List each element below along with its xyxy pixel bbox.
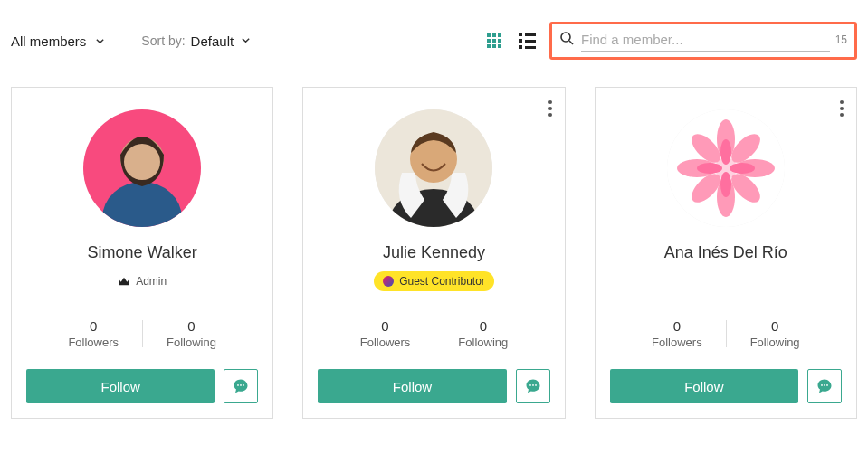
followers-count: 0 [652,318,702,334]
chat-icon [233,378,249,394]
card-actions: Follow [26,369,258,403]
role-label: Guest Contributor [399,275,485,288]
member-role: Admin [118,271,167,291]
followers-count: 0 [360,318,411,334]
card-actions: Follow [610,369,842,403]
svg-point-7 [240,384,242,386]
chat-icon [816,378,833,394]
member-stats: 0 Followers 0 Following [318,318,549,349]
grid-icon [487,33,501,48]
member-stats: 0 Followers 0 Following [610,318,842,349]
more-menu-button[interactable] [840,100,844,117]
avatar[interactable] [667,109,785,227]
follow-button[interactable]: Follow [26,369,215,403]
search-input[interactable] [581,28,830,52]
filter-dropdown[interactable]: All members [11,33,105,49]
svg-point-6 [237,384,239,386]
following-count: 0 [167,318,216,334]
search-container: 15 [549,22,857,60]
member-role: Guest Contributor [374,271,494,291]
chat-icon [525,378,541,394]
chat-button[interactable] [224,369,258,403]
member-card: Simone Walker Admin 0 Followers 0 Follow… [11,87,273,419]
svg-point-28 [730,163,755,174]
members-grid: Simone Walker Admin 0 Followers 0 Follow… [9,87,859,419]
list-icon [519,33,536,49]
following-label: Following [458,336,508,349]
following-label: Following [750,336,800,349]
crown-icon [118,277,130,286]
role-badge: Guest Contributor [374,271,494,291]
svg-point-27 [697,163,722,174]
badge-icon [383,276,394,287]
followers-stat[interactable]: 0 Followers [337,318,434,349]
card-actions: Follow [318,369,549,403]
sort-dropdown[interactable]: Sort by: Default [141,33,251,49]
avatar[interactable] [375,109,492,227]
search-count: 15 [835,33,847,46]
followers-stat[interactable]: 0 Followers [628,318,726,349]
more-menu-button[interactable] [548,100,552,117]
svg-point-30 [824,384,825,386]
member-stats: 0 Followers 0 Following [26,318,258,349]
svg-point-12 [529,384,531,386]
member-card: Julie Kennedy Guest Contributor 0 Follow… [302,87,565,419]
toolbar: All members Sort by: Default [9,22,859,87]
member-name: Julie Kennedy [383,243,485,262]
member-name: Ana Inés Del Río [664,243,787,262]
filter-label: All members [11,33,86,49]
followers-count: 0 [68,318,119,334]
role-label: Admin [136,275,167,288]
followers-label: Followers [360,336,411,349]
chevron-down-icon [95,33,105,49]
following-count: 0 [458,318,508,334]
chevron-down-icon [241,33,251,48]
sort-label: Sort by: [141,33,185,48]
following-count: 0 [750,318,800,334]
member-card: Ana Inés Del Río 0 Followers 0 Following… [595,87,857,419]
chat-button[interactable] [516,369,550,403]
follow-button[interactable]: Follow [610,369,798,403]
svg-point-29 [821,384,823,386]
svg-point-26 [720,172,731,197]
following-label: Following [167,336,216,349]
search-icon [559,31,574,49]
follow-button[interactable]: Follow [318,369,506,403]
list-view-button[interactable] [517,31,537,51]
svg-point-8 [243,384,244,386]
svg-line-1 [569,41,573,44]
svg-point-14 [535,384,537,386]
member-name: Simone Walker [87,243,196,262]
following-stat[interactable]: 0 Following [727,318,824,349]
followers-label: Followers [68,336,119,349]
followers-label: Followers [652,336,702,349]
svg-point-0 [561,33,570,42]
svg-point-5 [124,144,160,180]
svg-point-31 [826,384,828,386]
followers-stat[interactable]: 0 Followers [44,318,142,349]
svg-point-13 [532,384,534,386]
avatar[interactable] [83,109,201,227]
following-stat[interactable]: 0 Following [434,318,531,349]
following-stat[interactable]: 0 Following [143,318,240,349]
grid-view-button[interactable] [484,31,504,51]
svg-point-25 [720,139,731,165]
sort-value: Default [191,33,234,49]
chat-button[interactable] [807,369,842,403]
